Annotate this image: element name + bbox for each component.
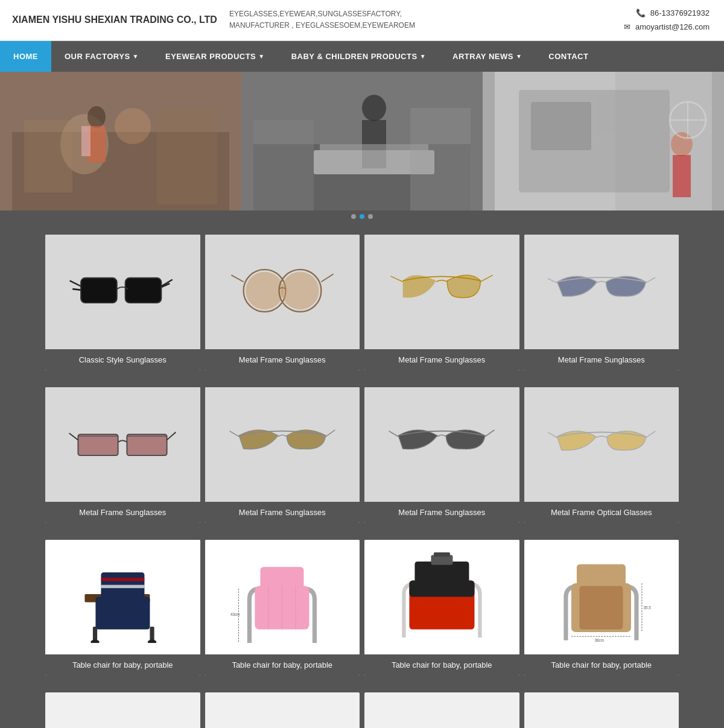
svg-rect-3 [24, 120, 72, 192]
product-grid-row1: Classic Style Sunglasses Metal Frame Sun… [45, 235, 679, 370]
svg-rect-29 [81, 278, 117, 303]
svg-line-50 [326, 430, 335, 437]
products-section-row1: Classic Style Sunglasses Metal Frame Sun… [0, 223, 724, 382]
carousel-dots [0, 210, 724, 223]
svg-point-22 [671, 132, 693, 156]
svg-line-52 [485, 430, 495, 437]
svg-line-49 [229, 431, 239, 437]
hero-image-1 [0, 72, 241, 210]
nav-factorys[interactable]: OUR FACTORYS ▼ [51, 41, 152, 72]
svg-rect-78 [580, 586, 623, 630]
svg-point-11 [362, 95, 386, 121]
chevron-down-icon: ▼ [420, 53, 426, 60]
product-grid-row3: Table chair for baby, portable [45, 540, 679, 676]
product-card-2[interactable]: Metal Frame Sunglasses [205, 235, 360, 370]
chevron-down-icon: ▼ [258, 53, 264, 60]
products-section-row4-partial [0, 688, 724, 728]
product-label-8: Metal Frame Optical Glasses [524, 502, 679, 523]
product-label-3: Metal Frame Sunglasses [364, 349, 519, 370]
svg-rect-23 [673, 155, 691, 197]
product-card-partial-1 [45, 692, 200, 728]
main-nav: HOME OUR FACTORYS ▼ EYEWEAR PRODUCTS ▼ B… [0, 41, 724, 72]
product-image-5 [45, 387, 200, 502]
product-image-baby-1 [45, 540, 200, 654]
product-image-baby-2: 43cm [205, 540, 360, 654]
product-image-baby-3 [364, 540, 519, 654]
dot-2[interactable] [360, 214, 364, 219]
svg-point-34 [246, 272, 284, 310]
svg-line-37 [231, 275, 243, 282]
product-label-5: Metal Frame Sunglasses [45, 502, 200, 523]
product-label-baby-1: Table chair for baby, portable [45, 654, 200, 676]
dot-3[interactable] [368, 214, 373, 219]
product-card-4[interactable]: Metal Frame Sunglasses [524, 235, 679, 370]
svg-rect-43 [78, 434, 118, 455]
nav-baby[interactable]: BABY & CHILDREN PRODUCTS ▼ [278, 41, 439, 72]
product-image-4 [524, 235, 679, 349]
product-label-2: Metal Frame Sunglasses [205, 349, 360, 370]
svg-line-31 [70, 280, 81, 286]
product-image-6 [205, 387, 360, 502]
contact-info: 📞 86-13376921932 ✉ amoyartist@126.com [624, 6, 712, 34]
product-card-baby-3[interactable]: Table chair for baby, portable [364, 540, 519, 676]
svg-line-53 [547, 432, 557, 438]
product-card-partial-3 [364, 692, 519, 728]
product-card-partial-2 [205, 692, 360, 728]
email-icon: ✉ [624, 22, 630, 31]
svg-point-4 [115, 108, 151, 144]
svg-point-6 [87, 106, 106, 128]
phone-icon: 📞 [636, 8, 646, 17]
svg-line-39 [391, 276, 403, 282]
nav-news[interactable]: ARTRAY NEWS ▼ [439, 41, 535, 72]
hero-image-2 [241, 72, 483, 210]
svg-line-45 [69, 433, 78, 440]
product-card-1[interactable]: Classic Style Sunglasses [45, 235, 200, 370]
nav-eyewear[interactable]: EYEWEAR PRODUCTS ▼ [152, 41, 278, 72]
svg-line-41 [547, 279, 557, 283]
products-section-row3: Table chair for baby, portable [0, 535, 724, 688]
svg-text:43cm: 43cm [230, 612, 240, 616]
svg-line-54 [646, 431, 655, 438]
svg-text:35.5: 35.5 [644, 606, 652, 610]
product-card-7[interactable]: Metal Frame Sunglasses [364, 387, 519, 523]
svg-rect-16 [410, 108, 471, 210]
product-card-5[interactable]: Metal Frame Sunglasses [45, 387, 200, 523]
svg-rect-44 [127, 434, 167, 455]
svg-point-36 [281, 272, 319, 310]
product-label-baby-2: Table chair for baby, portable [205, 654, 360, 676]
product-grid-row2: Metal Frame Sunglasses Metal Frame Sungl… [45, 387, 679, 523]
svg-rect-20 [531, 102, 591, 150]
product-card-8[interactable]: Metal Frame Optical Glasses [524, 387, 679, 523]
product-image-baby-4: 35.5 38cm [524, 540, 679, 654]
product-card-partial-4 [524, 692, 679, 728]
product-label-1: Classic Style Sunglasses [45, 349, 200, 370]
svg-rect-59 [101, 585, 144, 588]
site-header: XIAMEN YISHU SHEXIAN TRADING CO., LTD EY… [0, 0, 724, 41]
product-label-baby-3: Table chair for baby, portable [364, 654, 519, 676]
product-image-3 [364, 235, 519, 349]
svg-rect-5 [157, 108, 217, 204]
company-logo: XIAMEN YISHU SHEXIAN TRADING CO., LTD [12, 14, 217, 25]
products-section-row2: Metal Frame Sunglasses Metal Frame Sungl… [0, 382, 724, 535]
product-card-baby-4[interactable]: 35.5 38cm Table chair for baby, portable [524, 540, 679, 676]
svg-rect-30 [125, 278, 162, 303]
hero-banner [0, 72, 724, 210]
product-image-7 [364, 387, 519, 502]
dot-1[interactable] [351, 214, 356, 219]
svg-rect-75 [434, 552, 450, 557]
product-card-3[interactable]: Metal Frame Sunglasses [364, 235, 519, 370]
product-label-6: Metal Frame Sunglasses [205, 502, 360, 523]
product-card-baby-2[interactable]: 43cm Table chair for baby, portable [205, 540, 360, 676]
product-image-2 [205, 235, 360, 349]
svg-text:38cm: 38cm [595, 638, 604, 642]
product-card-baby-1[interactable]: Table chair for baby, portable [45, 540, 200, 676]
nav-home[interactable]: HOME [0, 41, 51, 72]
chevron-down-icon: ▼ [133, 53, 139, 60]
svg-line-38 [321, 274, 333, 282]
svg-rect-58 [101, 578, 144, 581]
product-card-6[interactable]: Metal Frame Sunglasses [205, 387, 360, 523]
svg-line-42 [646, 277, 655, 283]
nav-contact[interactable]: CONTACT [535, 41, 602, 72]
svg-rect-15 [253, 120, 314, 210]
product-image-8 [524, 387, 679, 502]
